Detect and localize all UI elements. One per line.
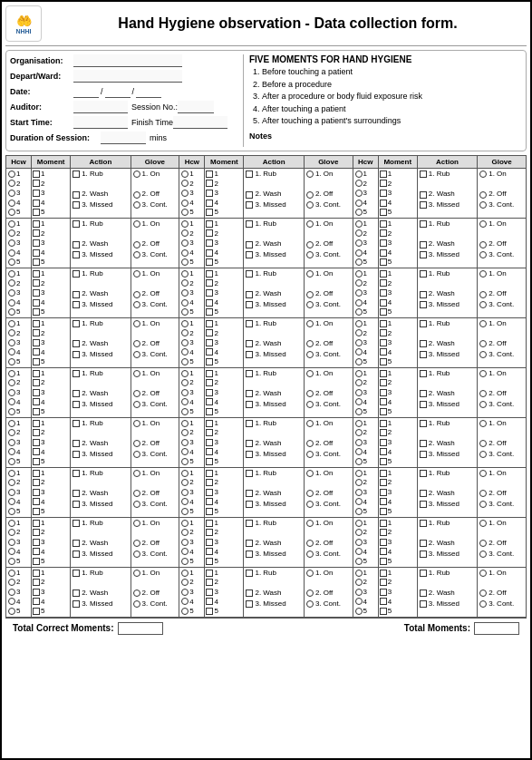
glove-item-r8-c1-1[interactable]: 1. On <box>306 569 351 578</box>
action-item-r3-c1-1[interactable]: 1. Rub <box>246 319 301 328</box>
glove-item-r7-c0-2[interactable]: 2. Off <box>133 539 178 548</box>
moment-checkbox-r6-c0-2[interactable]: 2 <box>33 478 69 487</box>
hcw-radio-r6-c1-5[interactable]: 5 <box>181 507 193 516</box>
moment-checkbox-r6-c0-1[interactable]: 1 <box>33 469 69 478</box>
hcw-radio-r5-c0-1[interactable]: 1 <box>8 419 20 428</box>
moment-checkbox-r1-c1-5[interactable]: 5 <box>206 258 242 267</box>
action-item-r4-c2-3[interactable]: 3. Missed <box>420 400 475 409</box>
glove-item-r8-c1-3[interactable]: 3. Cont. <box>306 599 351 609</box>
hcw-radio-r6-c2-2[interactable]: 2 <box>355 478 367 487</box>
moment-checkbox-r7-c0-1[interactable]: 1 <box>33 519 69 528</box>
glove-item-r6-c1-3[interactable]: 3. Cont. <box>306 500 351 509</box>
moment-checkbox-r5-c0-1[interactable]: 1 <box>33 419 69 428</box>
hcw-radio-r7-c0-1[interactable]: 1 <box>8 519 20 528</box>
glove-item-r2-c0-2[interactable]: 2. Off <box>133 289 178 298</box>
action-item-r5-c0-1[interactable]: 1. Rub <box>73 419 128 428</box>
hcw-radio-r1-c2-3[interactable]: 3 <box>355 239 367 248</box>
moment-checkbox-r2-c1-3[interactable]: 3 <box>206 288 242 297</box>
moment-checkbox-r7-c1-3[interactable]: 3 <box>206 538 242 547</box>
hcw-radio-r4-c2-1[interactable]: 1 <box>355 369 367 378</box>
glove-item-r8-c2-2[interactable]: 2. Off <box>479 589 524 598</box>
glove-item-r3-c0-2[interactable]: 2. Off <box>133 339 178 348</box>
action-item-r6-c2-1[interactable]: 1. Rub <box>420 469 475 478</box>
glove-item-r0-c0-1[interactable]: 1. On <box>133 170 178 179</box>
hcw-radio-r5-c2-3[interactable]: 3 <box>355 438 367 447</box>
moment-checkbox-r5-c1-3[interactable]: 3 <box>206 438 242 447</box>
moment-checkbox-r3-c1-2[interactable]: 2 <box>206 329 242 338</box>
glove-item-r6-c1-2[interactable]: 2. Off <box>306 489 351 498</box>
hcw-radio-r4-c2-4[interactable]: 4 <box>355 398 367 407</box>
action-item-r7-c1-2[interactable]: 2. Wash <box>246 539 301 548</box>
hcw-radio-r7-c1-2[interactable]: 2 <box>181 528 193 537</box>
action-item-r1-c2-1[interactable]: 1. Rub <box>420 219 475 229</box>
moment-checkbox-r4-c1-2[interactable]: 2 <box>206 378 242 387</box>
action-item-r2-c1-1[interactable]: 1. Rub <box>246 269 301 278</box>
moment-checkbox-r0-c1-1[interactable]: 1 <box>206 170 242 179</box>
action-item-r6-c1-3[interactable]: 3. Missed <box>246 500 301 509</box>
dept-input[interactable] <box>73 70 182 83</box>
moment-checkbox-r1-c1-1[interactable]: 1 <box>206 219 242 229</box>
glove-item-r3-c0-1[interactable]: 1. On <box>133 319 178 328</box>
action-item-r0-c1-2[interactable]: 2. Wash <box>246 190 301 199</box>
hcw-radio-r1-c2-1[interactable]: 1 <box>355 219 367 229</box>
moment-checkbox-r6-c0-4[interactable]: 4 <box>33 498 69 507</box>
hcw-radio-r8-c0-3[interactable]: 3 <box>8 588 20 597</box>
moment-checkbox-r3-c2-2[interactable]: 2 <box>380 329 416 338</box>
hcw-radio-r7-c1-4[interactable]: 4 <box>181 548 193 557</box>
moment-checkbox-r1-c0-2[interactable]: 2 <box>33 229 69 239</box>
hcw-radio-r4-c0-1[interactable]: 1 <box>8 369 20 378</box>
moment-checkbox-r6-c1-2[interactable]: 2 <box>206 478 242 487</box>
action-item-r6-c0-1[interactable]: 1. Rub <box>73 469 128 478</box>
hcw-radio-r1-c0-4[interactable]: 4 <box>8 248 20 258</box>
action-item-r2-c0-2[interactable]: 2. Wash <box>73 289 128 298</box>
glove-item-r1-c1-2[interactable]: 2. Off <box>306 239 351 248</box>
hcw-radio-r6-c2-5[interactable]: 5 <box>355 507 367 516</box>
action-item-r8-c0-2[interactable]: 2. Wash <box>73 589 128 598</box>
moment-checkbox-r8-c1-1[interactable]: 1 <box>206 569 242 578</box>
hcw-radio-r8-c1-1[interactable]: 1 <box>181 569 193 578</box>
action-item-r3-c2-2[interactable]: 2. Wash <box>420 339 475 348</box>
moment-checkbox-r0-c2-5[interactable]: 5 <box>380 208 416 217</box>
hcw-radio-r5-c1-5[interactable]: 5 <box>181 457 193 466</box>
hcw-radio-r2-c1-3[interactable]: 3 <box>181 288 193 297</box>
action-item-r7-c2-2[interactable]: 2. Wash <box>420 539 475 548</box>
action-item-r5-c1-2[interactable]: 2. Wash <box>246 439 301 448</box>
action-item-r5-c0-2[interactable]: 2. Wash <box>73 439 128 448</box>
moment-checkbox-r2-c0-5[interactable]: 5 <box>33 307 69 317</box>
date-day[interactable] <box>73 85 99 98</box>
glove-item-r2-c2-1[interactable]: 1. On <box>479 269 524 278</box>
glove-item-r4-c0-1[interactable]: 1. On <box>133 369 178 378</box>
hcw-radio-r6-c1-4[interactable]: 4 <box>181 498 193 507</box>
moment-checkbox-r5-c1-5[interactable]: 5 <box>206 457 242 466</box>
moment-checkbox-r7-c0-5[interactable]: 5 <box>33 557 69 566</box>
moment-checkbox-r1-c1-4[interactable]: 4 <box>206 248 242 258</box>
glove-item-r7-c2-1[interactable]: 1. On <box>479 519 524 528</box>
start-input[interactable] <box>73 116 128 129</box>
moment-checkbox-r8-c1-3[interactable]: 3 <box>206 588 242 597</box>
moment-checkbox-r8-c0-2[interactable]: 2 <box>33 578 69 587</box>
moment-checkbox-r3-c0-3[interactable]: 3 <box>33 338 69 347</box>
action-item-r6-c0-2[interactable]: 2. Wash <box>73 489 128 498</box>
moment-checkbox-r8-c2-4[interactable]: 4 <box>380 598 416 607</box>
moment-checkbox-r3-c1-4[interactable]: 4 <box>206 348 242 357</box>
glove-item-r2-c2-2[interactable]: 2. Off <box>479 289 524 298</box>
action-item-r0-c1-3[interactable]: 3. Missed <box>246 200 301 209</box>
hcw-radio-r7-c2-5[interactable]: 5 <box>355 557 367 566</box>
moment-checkbox-r2-c1-1[interactable]: 1 <box>206 269 242 278</box>
hcw-radio-r1-c1-3[interactable]: 3 <box>181 239 193 248</box>
glove-item-r2-c1-3[interactable]: 3. Cont. <box>306 300 351 309</box>
action-item-r2-c1-2[interactable]: 2. Wash <box>246 289 301 298</box>
hcw-radio-r0-c0-4[interactable]: 4 <box>8 199 20 208</box>
action-item-r3-c0-2[interactable]: 2. Wash <box>73 339 128 348</box>
hcw-radio-r5-c1-1[interactable]: 1 <box>181 419 193 428</box>
glove-item-r3-c1-1[interactable]: 1. On <box>306 319 351 328</box>
glove-item-r5-c0-1[interactable]: 1. On <box>133 419 178 428</box>
moment-checkbox-r1-c2-4[interactable]: 4 <box>380 248 416 258</box>
hcw-radio-r1-c0-2[interactable]: 2 <box>8 229 20 239</box>
action-item-r8-c0-3[interactable]: 3. Missed <box>73 599 128 609</box>
hcw-radio-r2-c2-4[interactable]: 4 <box>355 298 367 307</box>
action-item-r1-c1-1[interactable]: 1. Rub <box>246 219 301 229</box>
moment-checkbox-r6-c2-2[interactable]: 2 <box>380 478 416 487</box>
moment-checkbox-r6-c0-5[interactable]: 5 <box>33 507 69 516</box>
moment-checkbox-r0-c2-2[interactable]: 2 <box>380 180 416 189</box>
